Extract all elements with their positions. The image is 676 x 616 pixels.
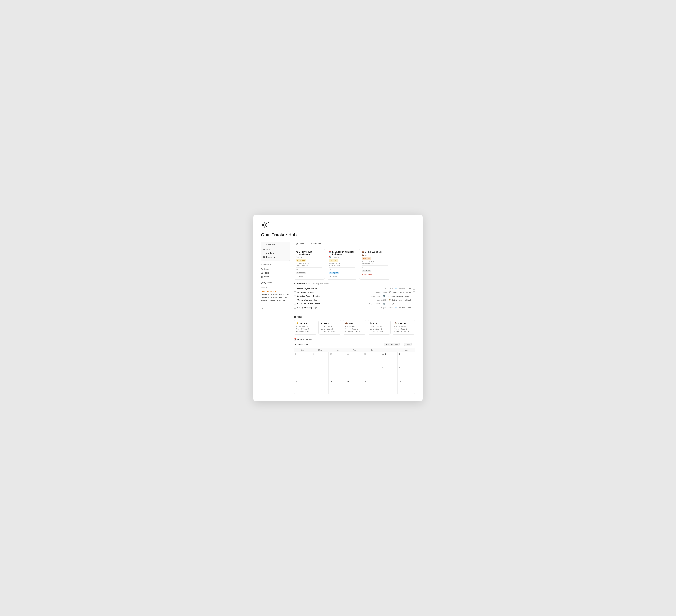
goal-card-music: 📚 Learn to play a musical instrument 📚 E…	[327, 249, 357, 280]
emails-tasks: Tasks Done: 0/2	[361, 263, 388, 265]
calendar-month: November 2024	[294, 343, 308, 346]
area-sport-title: ⇆ Sport	[370, 322, 388, 324]
task-circle-2[interactable]	[294, 291, 296, 293]
day-header-fri: Fri	[380, 348, 398, 352]
calendar-header: November 2024 Open in Calendar ‹ Today ›	[294, 343, 415, 346]
rate-stat: Rate Of Completed Goals This Year ↓	[261, 299, 290, 305]
sport-goals-done: Goals Done: 0/1	[370, 326, 388, 327]
finance-unfinished-tasks: Unfinished Tasks: 0	[296, 330, 315, 332]
health-icon: ❤	[321, 322, 323, 324]
rate-progress-bar	[261, 306, 290, 306]
gym-days-left: 53 days left	[296, 275, 323, 277]
music-badge: Long-Term	[329, 259, 338, 262]
cal-cell: Nov 1	[380, 352, 398, 366]
calendar-grid: Sun Mon Tue Wed Thu Fri Sat 27 28 29	[294, 348, 415, 394]
calendar-controls: Open in Calendar ‹ Today ›	[384, 343, 415, 346]
cal-week-3: 10 11 12 13 14 15 16	[294, 380, 415, 393]
cal-cell: 28	[312, 352, 329, 366]
goal-card-title-emails: 💼 Collect 500 emails	[361, 251, 388, 253]
task-goal-tag-6: 📧 Collect 500 emails	[395, 307, 411, 309]
task-checkbox-1[interactable]	[413, 288, 415, 290]
task-circle-5[interactable]	[294, 303, 296, 305]
gym-goal-icon: ⇆	[296, 251, 298, 253]
new-task-button[interactable]: + New Task	[263, 251, 288, 255]
completed-month-stat: Completed Goals This Month 🗒 0/0	[261, 293, 290, 296]
tab-importance[interactable]: ⚠ Importance	[306, 242, 323, 246]
task-left: Define Target Audience	[294, 287, 317, 290]
areas-nav-icon: ▦	[261, 275, 263, 278]
gym-progress-bar	[296, 267, 323, 268]
emails-badge: Short-Term	[361, 257, 371, 260]
task-left: Learn Basic Music Theory	[294, 303, 320, 305]
open-calendar-button[interactable]: Open in Calendar	[384, 343, 400, 346]
area-icon: ▦	[263, 256, 265, 258]
sport-icon: ⇆	[296, 256, 298, 258]
cal-cell: 13	[346, 380, 363, 393]
task-right-4: August 2, 2024 🏋 Go to the gym consisten…	[376, 299, 415, 301]
app-title: Goal Tracker Hub	[261, 232, 415, 237]
education-current-goals: Current Goals: 1	[394, 328, 413, 330]
today-button[interactable]: Today	[404, 343, 411, 346]
stats-box: Unfinished Tasks: 6 Completed Goals This…	[261, 290, 290, 310]
music-days-left: 68 days left	[329, 275, 355, 277]
nav-title: Navigation	[261, 264, 290, 266]
day-header-thu: Thu	[363, 348, 380, 352]
app-logo	[261, 221, 415, 230]
task-circle-1[interactable]	[294, 287, 296, 290]
task-goal-tag-4: 🏋 Go to the gym consistently	[389, 299, 411, 301]
cal-cell: 5	[329, 366, 346, 380]
education-icon: 📚	[329, 256, 331, 258]
app-container: Goal Tracker Hub 🗒 Quick Add ◎ New Goal …	[253, 214, 423, 402]
next-month-button[interactable]: ›	[413, 343, 415, 346]
main-content: ◎ Goals ⚠ Importance ⇆ Go to the gym con…	[294, 242, 415, 394]
calendar-section-title: 📅 Goal Deadlines	[294, 338, 415, 341]
nav-tasks[interactable]: ☑ Tasks	[261, 271, 290, 275]
day-header-sun: Sun	[294, 348, 312, 352]
prev-month-button[interactable]: ‹	[401, 343, 403, 346]
gym-category: ⇆ Sport	[296, 256, 323, 258]
cal-cell: 9	[398, 366, 415, 380]
task-circle-6[interactable]	[294, 307, 296, 309]
task-circle-4[interactable]	[294, 299, 296, 301]
task-checkbox-2[interactable]	[413, 291, 415, 293]
health-goals-done: Goals Done: 0/0	[321, 326, 339, 327]
task-checkbox-3[interactable]	[413, 295, 415, 297]
task-goal-emoji-6: 📧	[395, 307, 397, 309]
task-checkbox-4[interactable]	[413, 299, 415, 301]
task-circle-3[interactable]	[294, 295, 296, 297]
area-health-title: ❤ Health	[321, 322, 339, 324]
work-current-goals: Current Goals: 1	[345, 328, 363, 330]
area-card-finance: 💰 Finance Goals Done: 0/0 Current Goals:…	[294, 320, 317, 334]
emails-delay: Delay 30 days	[361, 273, 388, 275]
cal-cell: 30	[346, 352, 363, 366]
stats-title: Stats	[261, 287, 290, 289]
rate-value: 0%	[261, 307, 290, 310]
new-area-button[interactable]: ▦ New Area	[263, 255, 288, 259]
area-finance-title: 💰 Finance	[296, 322, 315, 324]
tasks-nav-icon: ☑	[261, 272, 263, 274]
task-row: Schedule Regular Practice August 1, 2024…	[294, 294, 415, 298]
cal-cell: 2	[398, 352, 415, 366]
nav-goals[interactable]: ◎ Goals	[261, 267, 290, 271]
cal-week-1: 27 28 29 30 31 Nov 1 2	[294, 352, 415, 366]
area-card-work: 💼 Work Goals Done: 0/1 Current Goals: 1 …	[343, 320, 366, 334]
emails-pct: 0%	[361, 267, 388, 268]
task-checkbox-5[interactable]	[413, 303, 415, 305]
education-area-icon: 📚	[394, 322, 397, 324]
svg-point-1	[264, 224, 266, 226]
goals-nav-icon: ◎	[261, 268, 263, 270]
sport-area-icon: ⇆	[370, 322, 372, 324]
unfinished-tasks-tab[interactable]: ✕ Unfinished Tasks	[294, 283, 310, 285]
tab-goals[interactable]: ◎ Goals	[294, 242, 306, 246]
goals-tab-icon: ◎	[296, 243, 298, 245]
health-unfinished-tasks: Unfinished Tasks: 0	[321, 330, 339, 332]
nav-areas[interactable]: ▦ Areas	[261, 275, 290, 279]
emails-goal-icon: 💼	[361, 251, 364, 253]
areas-grid: 💰 Finance Goals Done: 0/0 Current Goals:…	[294, 320, 415, 334]
cal-cell: 10	[294, 380, 312, 393]
task-checkbox-6[interactable]	[413, 307, 415, 309]
new-goal-button[interactable]: ◎ New Goal	[263, 247, 288, 251]
importance-tab-icon: ⚠	[308, 243, 310, 245]
completed-tasks-tab[interactable]: ✓ Completed Tasks	[313, 283, 329, 285]
gym-date: January 16, 2025	[296, 262, 323, 264]
